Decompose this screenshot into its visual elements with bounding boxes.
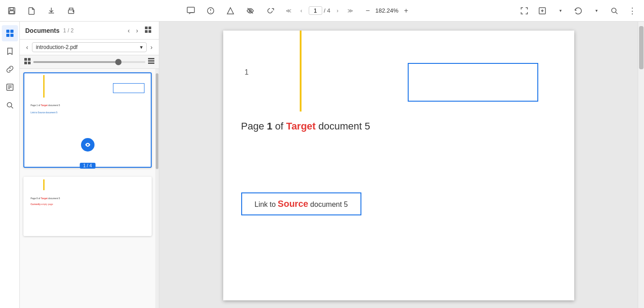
page-title-num: 1: [267, 121, 272, 132]
panel-header: Documents 1 / 2 ‹ ›: [20, 22, 159, 40]
zoom-control: − 182.24% +: [363, 6, 411, 16]
fullscreen-icon[interactable]: [518, 4, 531, 17]
search-icon[interactable]: [608, 4, 621, 17]
last-page-button[interactable]: ≫: [345, 5, 356, 16]
svg-rect-33: [24, 62, 27, 64]
svg-rect-37: [148, 62, 154, 64]
thumbnail-img-2: Page 8 of Target document 5 Currently em…: [26, 179, 149, 233]
sidebar-icon-link[interactable]: [2, 61, 18, 77]
thumbnail-img-1: Page 1 of Target document 5 Link to Sour…: [26, 75, 149, 165]
svg-rect-31: [24, 58, 27, 61]
svg-rect-29: [145, 30, 148, 33]
toolbar-center: ≪ ‹ / 4 › ≫ − 182.24% +: [85, 4, 511, 17]
doc-dropdown-arrow: ▾: [140, 44, 143, 50]
thumbnail-frame-1: Page 1 of Target document 5 Link to Sour…: [23, 72, 152, 168]
next-page-button[interactable]: ›: [332, 5, 343, 16]
svg-rect-20: [10, 34, 14, 37]
page-navigation: ≪ ‹ / 4 › ≫: [284, 5, 356, 16]
right-scrollbar[interactable]: [638, 22, 644, 308]
doc-prev-btn[interactable]: ‹: [24, 43, 30, 52]
svg-point-15: [612, 8, 616, 13]
chevron-down-undo[interactable]: ▾: [590, 4, 603, 17]
page-title-of: of: [272, 121, 286, 132]
thumbnail-item-2[interactable]: Page 8 of Target document 5 Currently em…: [23, 177, 152, 236]
svg-rect-32: [28, 58, 31, 61]
svg-rect-17: [6, 30, 9, 33]
zoom-level: 182.24%: [375, 7, 398, 14]
file-icon[interactable]: [25, 4, 38, 17]
link-suffix: document 5: [308, 201, 348, 208]
sidebar-icon-bookmark[interactable]: [2, 43, 18, 59]
thumbnail-frame-2: Page 8 of Target document 5 Currently em…: [23, 177, 152, 236]
svg-line-16: [616, 12, 617, 14]
panel-grid-btn[interactable]: [143, 25, 153, 36]
page-title-suffix: document 5: [315, 121, 370, 132]
eye-badge: [81, 138, 95, 152]
panel-count: 1 / 2: [63, 27, 73, 34]
content-area[interactable]: 1 Page 1 of Target document 5 Link to So…: [159, 22, 638, 308]
panel-nav-left[interactable]: ‹: [126, 26, 132, 35]
pdf-page: 1 Page 1 of Target document 5 Link to So…: [223, 31, 574, 300]
thumb-grid-icon[interactable]: [24, 58, 31, 66]
doc-name: introduction-2.pdf: [36, 44, 78, 50]
svg-rect-19: [6, 34, 9, 37]
source-link-box[interactable]: Link to Source document 5: [241, 192, 361, 215]
zoom-in-button[interactable]: +: [401, 6, 411, 16]
svg-rect-18: [10, 30, 14, 33]
page-separator: / 4: [324, 7, 330, 14]
thumb-view-btn[interactable]: [148, 58, 154, 66]
svg-rect-2: [9, 11, 14, 13]
comment-icon[interactable]: [185, 4, 197, 17]
page-title: Page 1 of Target document 5: [241, 121, 370, 132]
panel-scrollbar[interactable]: [155, 69, 159, 308]
sidebar-icon-search[interactable]: [2, 97, 18, 113]
toolbar-left: [5, 4, 77, 17]
undo-icon[interactable]: [572, 4, 585, 17]
source-word: Source: [278, 199, 308, 209]
fit-page-icon[interactable]: [536, 4, 549, 17]
print-icon[interactable]: [65, 4, 77, 17]
save-icon[interactable]: [5, 4, 18, 17]
more-icon[interactable]: ⋮: [626, 4, 639, 17]
svg-marker-9: [227, 8, 234, 14]
yellow-vertical-line: [300, 31, 302, 112]
page-number-label: 1: [245, 68, 249, 76]
page-badge-1: 1 / 4: [80, 163, 95, 169]
doc-selector: ‹ introduction-2.pdf ▾ ›: [20, 40, 159, 55]
doc-dropdown[interactable]: introduction-2.pdf ▾: [32, 42, 147, 52]
sidebar-icon-note[interactable]: [2, 79, 18, 95]
chevron-down-fit[interactable]: ▾: [554, 4, 567, 17]
thumbnail-controls: [20, 55, 159, 69]
first-page-button[interactable]: ≪: [284, 5, 294, 16]
panel-scrollbar-thumb: [156, 73, 158, 169]
sidebar-icons: [0, 22, 20, 308]
annotation-icon[interactable]: [204, 4, 217, 17]
svg-rect-28: [149, 27, 151, 29]
hide-icon[interactable]: [244, 4, 257, 17]
download-icon[interactable]: [45, 4, 58, 17]
page-number-input[interactable]: [309, 6, 322, 15]
blue-border-box: [408, 63, 538, 102]
sidebar-icon-grid[interactable]: [2, 25, 18, 41]
shape-icon[interactable]: [224, 4, 237, 17]
panel-nav-right[interactable]: ›: [134, 26, 140, 35]
svg-rect-35: [148, 58, 154, 59]
rotate-icon[interactable]: [264, 4, 276, 17]
link-prefix: Link to: [255, 201, 278, 208]
panel-title: Documents: [25, 27, 59, 34]
svg-point-25: [7, 103, 12, 107]
right-scrollbar-thumb: [639, 26, 644, 69]
target-word: Target: [286, 121, 316, 132]
thumbnail-item-1[interactable]: Page 1 of Target document 5 Link to Sour…: [23, 72, 152, 168]
thumbnails-container: Page 1 of Target document 5 Link to Sour…: [20, 69, 155, 308]
svg-rect-27: [145, 27, 148, 29]
prev-page-button[interactable]: ‹: [296, 5, 307, 16]
zoom-out-button[interactable]: −: [363, 6, 373, 16]
thumb-size-slider[interactable]: [33, 61, 145, 63]
toolbar: ≪ ‹ / 4 › ≫ − 182.24% + ▾: [0, 0, 644, 22]
svg-rect-30: [149, 30, 151, 33]
toolbar-right: ▾ ▾ ⋮: [518, 4, 639, 17]
doc-next-btn[interactable]: ›: [149, 43, 154, 52]
svg-line-26: [11, 107, 13, 108]
page-title-prefix: Page: [241, 121, 267, 132]
